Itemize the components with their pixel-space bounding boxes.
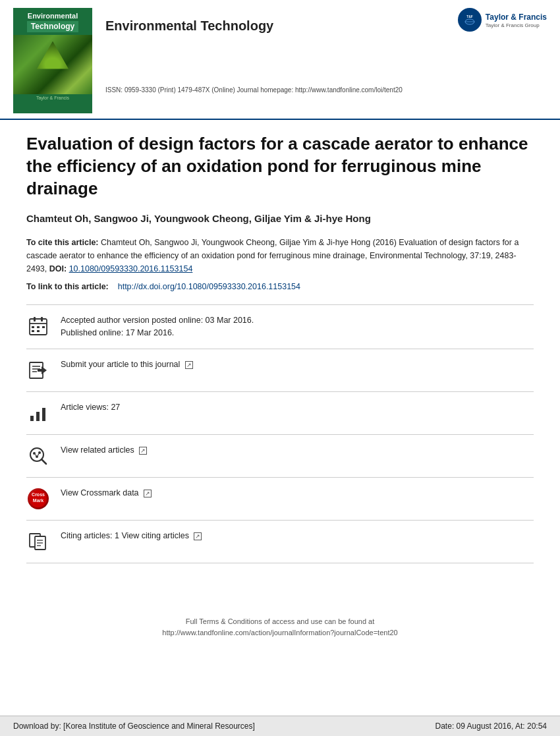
- citing-content[interactable]: Citing articles: 1 View citing articles: [61, 530, 534, 542]
- views-icon: [26, 401, 50, 425]
- crossmark-content[interactable]: View Crossmark data: [61, 487, 534, 499]
- svg-rect-8: [32, 326, 34, 328]
- header-right: T&F Taylor & Francis Taylor & Francis Gr…: [92, 8, 547, 94]
- svg-text:Cross: Cross: [32, 492, 45, 497]
- crossmark-link[interactable]: View Crossmark data: [61, 488, 152, 497]
- external-link-icon: [185, 361, 193, 369]
- svg-rect-9: [37, 326, 40, 328]
- svg-rect-12: [37, 330, 40, 332]
- article-title: Evaluation of design factors for a casca…: [26, 133, 534, 200]
- dates-row: Accepted author version posted online: 0…: [26, 304, 534, 349]
- related-icon: [26, 444, 50, 468]
- crossmark-logo: Cross Mark: [28, 488, 49, 509]
- citing-icon: [26, 530, 50, 553]
- svg-point-24: [38, 451, 41, 454]
- authors: Chamteut Oh, Sangwoo Ji, Youngwook Cheon…: [26, 213, 534, 224]
- download-bar: Download by: [Korea Institute of Geoscie…: [0, 716, 560, 736]
- submit-icon: [26, 358, 50, 382]
- svg-rect-6: [34, 317, 36, 322]
- submit-content[interactable]: Submit your article to this journal: [61, 358, 534, 371]
- cover-title: Environmental Technology: [13, 8, 92, 35]
- svg-text:Mark: Mark: [33, 498, 43, 503]
- main-content: Evaluation of design factors for a casca…: [0, 120, 560, 665]
- related-content[interactable]: View related articles: [61, 444, 534, 457]
- dates-content: Accepted author version posted online: 0…: [61, 314, 534, 339]
- issn-line: ISSN: 0959-3330 (Print) 1479-487X (Onlin…: [105, 86, 547, 94]
- article-link[interactable]: http://dx.doi.org/10.1080/09593330.2016.…: [118, 282, 300, 291]
- svg-rect-19: [42, 408, 45, 421]
- download-institution: Download by: [Korea Institute of Geoscie…: [13, 722, 255, 731]
- calendar-icon: [26, 314, 50, 338]
- citing-external-icon: [194, 532, 202, 540]
- views-content: Article views: 27: [61, 401, 534, 414]
- cover-image: [13, 35, 92, 94]
- doi-link[interactable]: 10.1080/09593330.2016.1153154: [69, 264, 193, 273]
- svg-point-23: [36, 455, 38, 458]
- related-row[interactable]: View related articles: [26, 434, 534, 477]
- svg-line-25: [36, 454, 36, 455]
- svg-line-21: [42, 459, 46, 464]
- svg-point-22: [33, 452, 36, 455]
- submit-row[interactable]: Submit your article to this journal: [26, 349, 534, 391]
- svg-rect-7: [41, 317, 43, 322]
- crossmark-external-icon: [144, 490, 152, 497]
- link-block: To link to this article: http://dx.doi.o…: [26, 282, 534, 291]
- info-section: Accepted author version posted online: 0…: [26, 304, 534, 563]
- tf-logo[interactable]: T&F Taylor & Francis Taylor & Francis Gr…: [458, 8, 547, 32]
- related-external-icon: [139, 447, 147, 455]
- journal-cover: Environmental Technology Taylor & Franci…: [13, 8, 92, 113]
- page-header: Environmental Technology Taylor & Franci…: [0, 0, 560, 120]
- svg-rect-10: [42, 326, 45, 328]
- svg-line-26: [38, 453, 39, 455]
- cover-publisher: Taylor & Francis: [13, 94, 92, 101]
- crossmark-icon: Cross Mark: [26, 487, 50, 511]
- tf-logo-name: Taylor & Francis Taylor & Francis Group: [486, 11, 547, 29]
- svg-text:T&F: T&F: [466, 14, 473, 18]
- crossmark-row[interactable]: Cross Mark View Crossmark data: [26, 477, 534, 520]
- svg-rect-17: [30, 416, 34, 421]
- svg-rect-11: [32, 330, 34, 332]
- download-date: Date: 09 August 2016, At: 20:54: [435, 722, 547, 731]
- citing-row[interactable]: Citing articles: 1 View citing articles: [26, 520, 534, 563]
- citing-link[interactable]: Citing articles: 1 View citing articles: [61, 531, 202, 540]
- related-link[interactable]: View related articles: [61, 445, 147, 455]
- footer-info: Full Terms & Conditions of access and us…: [26, 616, 534, 652]
- views-row: Article views: 27: [26, 391, 534, 434]
- citation-block: To cite this article: Chamteut Oh, Sangw…: [26, 236, 534, 275]
- svg-rect-18: [36, 412, 40, 421]
- submit-link[interactable]: Submit your article to this journal: [61, 360, 193, 369]
- tf-logo-icon: T&F: [458, 8, 482, 32]
